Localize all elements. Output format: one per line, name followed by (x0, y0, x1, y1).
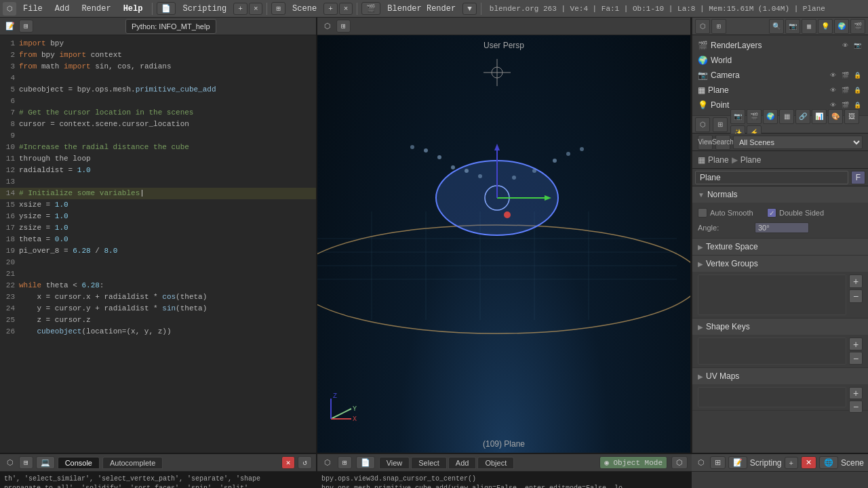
uv-map-add-btn[interactable]: + (849, 387, 863, 399)
code-line-6: 6 (0, 96, 316, 107)
prop-constraint-btn[interactable]: 🔗 (795, 109, 810, 124)
close-editor-btn[interactable]: × (249, 3, 263, 15)
outliner-item-plane[interactable]: ▦ Plane 👁 🎬 🔒 (695, 83, 865, 98)
shape-key-add-btn[interactable]: + (849, 338, 863, 350)
outliner-expand-btn[interactable]: ⊞ (711, 19, 726, 34)
viewport-expand-btn[interactable]: ⊞ (336, 20, 351, 33)
mode-dropdown[interactable]: ◉ Object Mode (599, 456, 667, 469)
camera-eye-btn[interactable]: 👁 (827, 70, 838, 81)
prop-mat-btn[interactable]: 🎨 (828, 109, 843, 124)
view-tab[interactable]: View (379, 457, 410, 469)
svg-point-20 (410, 145, 414, 149)
auto-smooth-checkbox[interactable] (698, 208, 707, 218)
light-icon-btn[interactable]: 💡 (818, 19, 833, 34)
main-container: 📝 ⊞ 1 import bpy 2 from bpy import conte… (0, 18, 868, 453)
all-scenes-dropdown[interactable]: All Scenes (733, 136, 863, 149)
search-btn2[interactable]: Search (715, 135, 730, 150)
scene-add-btn[interactable]: + (785, 457, 798, 469)
plane-eye-btn[interactable]: 👁 (827, 85, 838, 96)
script-header: 📝 ⊞ (0, 18, 316, 35)
code-line-14: 14 # Initialize some variables| (0, 188, 316, 199)
renderlayers-eye-btn[interactable]: 👁 (840, 40, 850, 51)
code-line-1: 1 import bpy (0, 38, 316, 49)
mesh-icon-btn[interactable]: ▦ (802, 19, 816, 34)
props-icon[interactable]: ⬡ (695, 117, 710, 132)
grid-svg (317, 35, 690, 453)
editor-type-btn[interactable]: 📄 (157, 2, 176, 15)
globe-btn[interactable]: 🌐 (819, 456, 838, 469)
console-tab[interactable]: Console (58, 457, 100, 469)
menu-render[interactable]: Render (76, 3, 116, 15)
texture-space-header[interactable]: ▶ Texture Space (692, 239, 868, 255)
svg-text:X: X (353, 415, 357, 423)
props-expand-btn[interactable]: ⊞ (713, 117, 728, 132)
prop-world-btn[interactable]: 🌍 (763, 109, 778, 124)
filter-icon[interactable]: 🔍 (769, 19, 784, 34)
search-btn[interactable]: View (698, 135, 713, 150)
prop-scene-btn[interactable]: 🎬 (747, 109, 762, 124)
world-icon-btn[interactable]: 🌍 (834, 19, 849, 34)
script-expand-btn[interactable]: ⊞ (19, 20, 33, 33)
viewport-canvas[interactable]: User Persp Y X Z (109) Plane (317, 35, 690, 453)
render-mode-btn[interactable]: ⬡ (671, 456, 688, 469)
select-tab[interactable]: Select (411, 457, 447, 469)
menu-file[interactable]: File (18, 3, 48, 15)
renderlayers-cam-btn[interactable]: 📷 (852, 40, 863, 51)
prop-render-btn[interactable]: 📷 (730, 109, 745, 124)
normals-header[interactable]: ▼ Normals (692, 186, 868, 203)
outliner-icon[interactable]: ⬡ (695, 19, 710, 34)
console-icon-btn[interactable]: 💻 (36, 456, 55, 469)
outliner-item-camera[interactable]: 📷 Camera 👁 🎬 🔒 (695, 68, 865, 83)
camera-icon-btn[interactable]: 📷 (785, 19, 800, 34)
props-bottom-expand-btn[interactable]: ⊞ (710, 456, 726, 469)
vertex-group-remove-btn[interactable]: − (849, 289, 863, 303)
normals-label: Normals (707, 190, 738, 199)
prop-data-btn[interactable]: 📊 (812, 109, 827, 124)
plane-actions: 👁 🎬 🔒 (827, 85, 863, 96)
menu-add[interactable]: Add (50, 3, 75, 15)
plane-lock-btn[interactable]: 🔒 (852, 85, 863, 96)
close-scene-btn[interactable]: × (339, 3, 353, 15)
fullscreen-btn[interactable]: ⊞ (271, 2, 285, 15)
add-scene-btn[interactable]: + (323, 3, 338, 15)
output-expand-btn[interactable]: ⊞ (338, 456, 352, 469)
camera-render-btn[interactable]: 🎬 (840, 70, 850, 81)
shape-key-remove-btn[interactable]: − (849, 352, 863, 365)
vertex-groups-header[interactable]: ▶ Vertex Groups (692, 256, 868, 272)
object-tab[interactable]: Object (477, 457, 514, 469)
code-line-5: 5 cubeobject = bpy.ops.mesh.primitive_cu… (0, 84, 316, 96)
scene-close-btn[interactable]: ✕ (801, 456, 816, 469)
script-code-area[interactable]: 1 import bpy 2 from bpy import context 3… (0, 35, 316, 453)
double-sided-checkbox[interactable]: ✓ (767, 208, 776, 218)
separator-2 (267, 3, 267, 15)
add-tab[interactable]: Add (448, 457, 477, 469)
svg-point-30 (492, 67, 502, 78)
uv-maps-header[interactable]: ▶ UV Maps (692, 368, 868, 384)
camera-lock-btn[interactable]: 🔒 (852, 70, 863, 81)
render-icon[interactable]: 🎬 (361, 2, 380, 15)
props-fake-user-btn[interactable]: F (851, 171, 865, 184)
vertex-group-add-btn[interactable]: + (849, 274, 863, 288)
autocomplete-tab[interactable]: Autocomplete (102, 457, 163, 469)
prop-obj-btn[interactable]: ▦ (779, 109, 794, 124)
console-close-btn[interactable]: ✕ (281, 456, 296, 469)
render-engine-dropdown[interactable]: ▼ (462, 3, 477, 15)
props-breadcrumb: View Search All Scenes (692, 134, 868, 151)
outliner-item-renderlayers[interactable]: 🎬 RenderLayers 👁 📷 (695, 38, 865, 53)
console-expand-btn[interactable]: ⊞ (19, 456, 33, 469)
plane-breadcrumb: ▦ Plane ▶ Plane (692, 151, 868, 169)
scripting-btn[interactable]: 📝 (728, 456, 747, 469)
outliner-item-world[interactable]: 🌍 World (695, 53, 865, 68)
angle-input[interactable] (755, 222, 809, 233)
uv-map-remove-btn[interactable]: − (849, 401, 863, 413)
plane-render-btn[interactable]: 🎬 (840, 85, 850, 96)
props-name-input[interactable] (695, 171, 848, 184)
output-icon-btn[interactable]: 📄 (356, 456, 375, 469)
menu-help[interactable]: Help (118, 3, 149, 15)
output-panel: ⬡ ⊞ 📄 View Select Add Object ◉ Object Mo… (317, 454, 692, 488)
render-icon-btn[interactable]: 🎬 (850, 19, 865, 34)
prop-tex-btn[interactable]: 🖼 (844, 109, 859, 124)
add-editor-btn[interactable]: + (233, 3, 248, 15)
console-reload-btn[interactable]: ↺ (298, 456, 312, 469)
shape-keys-header[interactable]: ▶ Shape Keys (692, 319, 868, 335)
